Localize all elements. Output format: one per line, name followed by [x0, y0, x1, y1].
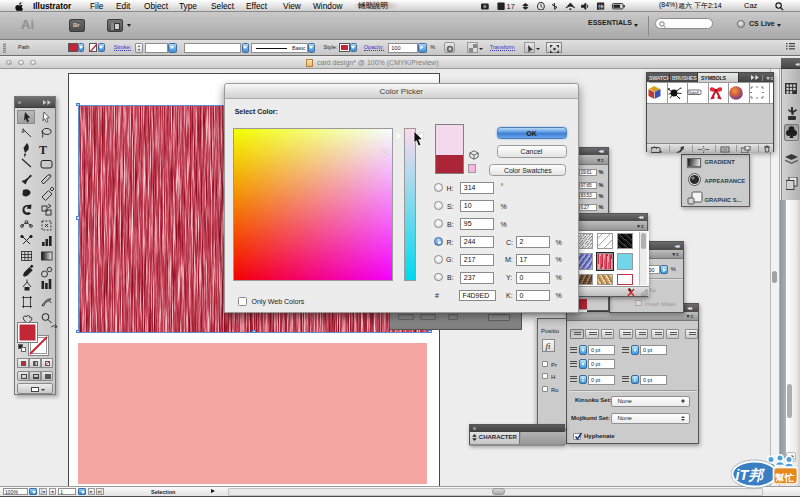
svg-text:佳: 佳: [598, 2, 604, 9]
svg-text:[label]: [label]: [689, 90, 699, 94]
svg-text:T: T: [39, 143, 47, 157]
svg-text:iT邦: iT邦: [736, 467, 766, 483]
svg-text:17: 17: [507, 2, 515, 10]
svg-text:幫忙: 幫忙: [774, 472, 795, 483]
